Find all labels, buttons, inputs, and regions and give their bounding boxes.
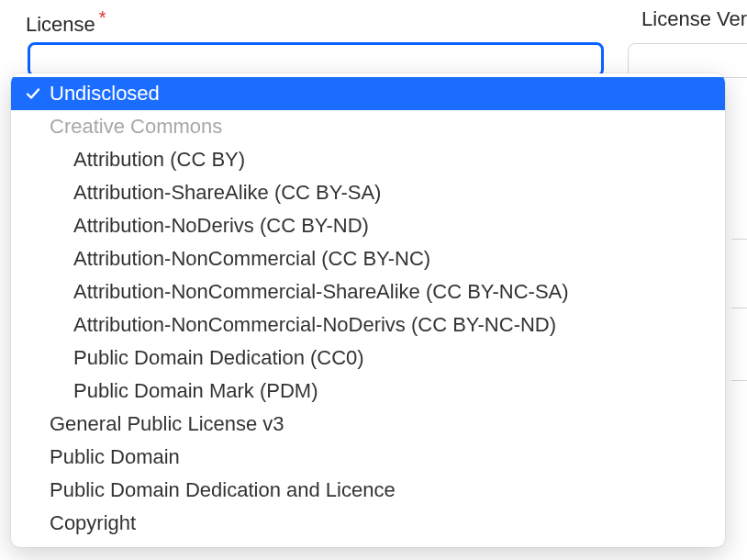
dropdown-option-cc-by-nc-nd[interactable]: Attribution-NonCommercial-NoDerivs (CC B… xyxy=(11,308,725,342)
dropdown-option-cc-by-nc[interactable]: Attribution-NonCommercial (CC BY-NC) xyxy=(11,242,725,275)
dropdown-option-copyright[interactable]: Copyright xyxy=(11,507,725,540)
dropdown-option-cc0[interactable]: Public Domain Dedication (CC0) xyxy=(11,342,725,375)
dropdown-option-cc-by-nc-sa[interactable]: Attribution-NonCommercial-ShareAlike (CC… xyxy=(11,275,725,308)
dropdown-option-cc-by-nd[interactable]: Attribution-NoDerivs (CC BY-ND) xyxy=(11,209,725,242)
dropdown-option-label: Public Domain Dedication and Licence xyxy=(50,478,396,502)
dropdown-option-label: Undisclosed xyxy=(50,82,160,106)
dropdown-option-undisclosed[interactable]: Undisclosed xyxy=(11,77,725,110)
dropdown-option-label: Attribution-NoDerivs (CC BY-ND) xyxy=(73,214,369,238)
dropdown-option-label: Attribution-ShareAlike (CC BY-SA) xyxy=(73,181,381,205)
row-divider xyxy=(731,380,747,381)
dropdown-group-label: Creative Commons xyxy=(50,115,222,139)
dropdown-option-pdm[interactable]: Public Domain Mark (PDM) xyxy=(11,375,725,408)
dropdown-group-creative-commons: Creative Commons xyxy=(11,110,725,143)
dropdown-option-label: Attribution-NonCommercial-ShareAlike (CC… xyxy=(73,280,569,304)
check-icon xyxy=(26,86,50,101)
license-version-field-label: License Ver xyxy=(641,7,747,37)
dropdown-option-label: General Public License v3 xyxy=(50,412,284,436)
license-select[interactable] xyxy=(28,42,604,77)
row-divider xyxy=(731,308,747,308)
dropdown-option-label: Attribution (CC BY) xyxy=(73,148,245,172)
dropdown-option-label: Attribution-NonCommercial (CC BY-NC) xyxy=(73,247,430,271)
license-dropdown[interactable]: Undisclosed Creative Commons Attribution… xyxy=(11,73,725,547)
dropdown-option-cc-by[interactable]: Attribution (CC BY) xyxy=(11,143,725,176)
dropdown-option-label: Attribution-NonCommercial-NoDerivs (CC B… xyxy=(73,313,556,337)
dropdown-option-gplv3[interactable]: General Public License v3 xyxy=(11,408,725,441)
dropdown-option-label: Public Domain Dedication (CC0) xyxy=(73,346,364,370)
dropdown-option-public-domain[interactable]: Public Domain xyxy=(11,441,725,474)
dropdown-option-label: Public Domain xyxy=(50,445,180,469)
license-label-text: License xyxy=(26,13,95,36)
dropdown-option-pddl[interactable]: Public Domain Dedication and Licence xyxy=(11,474,725,507)
dropdown-option-cc-by-sa[interactable]: Attribution-ShareAlike (CC BY-SA) xyxy=(11,176,725,209)
dropdown-option-label: Copyright xyxy=(50,511,136,535)
required-asterisk: * xyxy=(99,7,106,28)
license-version-label-text: License Ver xyxy=(641,7,747,30)
dropdown-option-label: Public Domain Mark (PDM) xyxy=(73,379,318,403)
license-field-label: License* xyxy=(0,7,106,37)
row-divider xyxy=(731,239,747,240)
